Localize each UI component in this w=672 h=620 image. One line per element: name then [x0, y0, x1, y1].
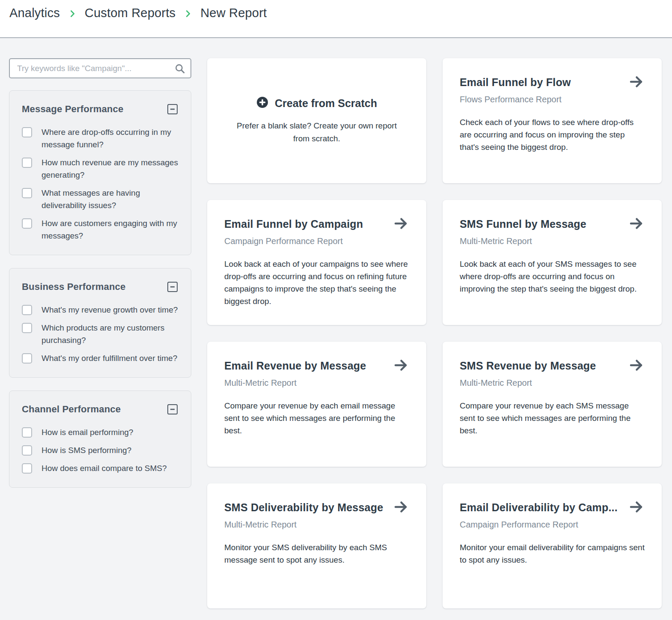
card-title: Email Funnel by Campaign [224, 217, 363, 230]
report-card-sms-revenue-by-message[interactable]: SMS Revenue by Message Multi-Metric Repo… [443, 342, 662, 467]
report-card-email-deliverability-by-campaign[interactable]: Email Deliverability by Camp... Campaign… [443, 483, 662, 608]
breadcrumb-item-custom-reports[interactable]: Custom Reports [85, 6, 175, 20]
card-description: Compare your revenue by each email messa… [224, 399, 409, 437]
minus-square-icon[interactable] [167, 281, 178, 292]
filter-option-row: What's my order fulfillment over time? [22, 352, 178, 364]
arrow-right-icon[interactable] [393, 501, 409, 515]
filter-section-message-performance: Message Performance Where are drop-offs … [9, 90, 191, 255]
card-description: Check each of your flows to see where dr… [460, 116, 645, 153]
filter-checkbox[interactable] [22, 188, 32, 198]
card-description: Prefer a blank slate? Create your own re… [231, 119, 402, 145]
arrow-right-icon[interactable] [393, 359, 409, 373]
arrow-right-icon[interactable] [629, 75, 645, 90]
filter-section-business-performance: Business Performance What's my revenue g… [9, 268, 191, 378]
page-header: Analytics Custom Reports New Report [0, 0, 672, 38]
card-title: Email Revenue by Message [224, 359, 366, 372]
section-title: Business Performance [22, 281, 125, 292]
filter-checkbox[interactable] [22, 445, 32, 456]
main-content: Message Performance Where are drop-offs … [0, 38, 672, 608]
breadcrumb: Analytics Custom Reports New Report [9, 6, 267, 20]
chevron-right-icon [68, 9, 77, 18]
filter-checkbox[interactable] [22, 305, 32, 315]
card-subtitle: Campaign Performance Report [460, 520, 645, 530]
arrow-right-icon[interactable] [629, 359, 645, 373]
card-subtitle: Multi-Metric Report [460, 378, 645, 388]
filter-option-row: What messages are having deliverability … [22, 187, 178, 212]
breadcrumb-item-analytics[interactable]: Analytics [9, 6, 60, 20]
filter-option-label[interactable]: What's my order fulfillment over time? [32, 352, 177, 364]
filter-option-label[interactable]: What messages are having deliverability … [32, 187, 178, 212]
section-title: Message Performance [22, 104, 123, 115]
filter-checkbox[interactable] [22, 463, 32, 474]
filter-option-label[interactable]: How does email compare to SMS? [32, 462, 167, 474]
report-card-email-revenue-by-message[interactable]: Email Revenue by Message Multi-Metric Re… [207, 342, 426, 467]
filter-option-row: How is email performing? [22, 426, 178, 438]
filter-checkbox[interactable] [22, 353, 32, 364]
card-description: Look back at each of your SMS messages t… [460, 258, 645, 295]
filter-option-label[interactable]: How is email performing? [32, 426, 133, 438]
card-title: SMS Deliverability by Message [224, 501, 383, 514]
minus-square-icon[interactable] [167, 104, 178, 115]
filter-option-label[interactable]: How is SMS performing? [32, 444, 131, 456]
card-description: Look back at each of your campaigns to s… [224, 258, 409, 307]
filter-option-label[interactable]: How much revenue are my messages generat… [32, 156, 178, 181]
card-subtitle: Multi-Metric Report [460, 236, 645, 246]
filter-checkbox[interactable] [22, 158, 32, 168]
filter-option-row: How much revenue are my messages generat… [22, 156, 178, 181]
report-cards-grid: Create from Scratch Prefer a blank slate… [207, 58, 662, 608]
search-input[interactable] [9, 58, 191, 78]
filter-option-label[interactable]: Which products are my customers purchasi… [32, 322, 178, 346]
filter-option-row: How is SMS performing? [22, 444, 178, 456]
filter-sidebar: Message Performance Where are drop-offs … [9, 58, 191, 608]
card-title: Email Deliverability by Camp... [460, 501, 618, 514]
filter-checkbox[interactable] [22, 127, 32, 137]
card-subtitle: Multi-Metric Report [224, 378, 409, 388]
filter-checkbox[interactable] [22, 427, 32, 438]
filter-option-row: Which products are my customers purchasi… [22, 322, 178, 346]
card-subtitle: Campaign Performance Report [224, 236, 409, 246]
report-card-email-funnel-by-flow[interactable]: Email Funnel by Flow Flows Performance R… [443, 58, 662, 183]
search-icon [174, 63, 185, 74]
section-title: Channel Performance [22, 404, 121, 415]
card-subtitle: Flows Performance Report [460, 95, 645, 104]
filter-checkbox[interactable] [22, 218, 32, 229]
filter-option-label[interactable]: Where are drop-offs occurring in my mess… [32, 126, 178, 151]
card-subtitle: Multi-Metric Report [224, 520, 409, 530]
card-description: Monitor your email deliverability for ca… [460, 541, 645, 566]
card-description: Compare your revenue by each SMS message… [460, 399, 645, 437]
card-title: Email Funnel by Flow [460, 75, 571, 89]
card-title: SMS Revenue by Message [460, 359, 596, 372]
card-title: Create from Scratch [275, 97, 377, 110]
report-card-email-funnel-by-campaign[interactable]: Email Funnel by Campaign Campaign Perfor… [207, 200, 426, 325]
filter-option-row: How are customers engaging with my messa… [22, 217, 178, 242]
filter-option-label[interactable]: What's my revenue growth over time? [32, 304, 178, 316]
filter-option-label[interactable]: How are customers engaging with my messa… [32, 217, 178, 242]
breadcrumb-item-new-report: New Report [200, 6, 267, 20]
arrow-right-icon[interactable] [393, 217, 409, 232]
card-title: SMS Funnel by Message [460, 217, 586, 230]
card-description: Monitor your SMS deliverability by each … [224, 541, 409, 566]
filter-option-row: Where are drop-offs occurring in my mess… [22, 126, 178, 151]
report-card-sms-funnel-by-message[interactable]: SMS Funnel by Message Multi-Metric Repor… [443, 200, 662, 325]
filter-checkbox[interactable] [22, 323, 32, 333]
search-box [9, 58, 191, 78]
report-card-sms-deliverability-by-message[interactable]: SMS Deliverability by Message Multi-Metr… [207, 483, 426, 608]
filter-option-row: How does email compare to SMS? [22, 462, 178, 474]
filter-option-row: What's my revenue growth over time? [22, 304, 178, 316]
plus-circle-icon [256, 96, 268, 110]
minus-square-icon[interactable] [167, 404, 178, 415]
filter-section-channel-performance: Channel Performance How is email perform… [9, 390, 191, 488]
chevron-right-icon [183, 9, 193, 18]
create-from-scratch-card[interactable]: Create from Scratch Prefer a blank slate… [207, 58, 426, 183]
arrow-right-icon[interactable] [629, 217, 645, 232]
arrow-right-icon[interactable] [629, 501, 645, 515]
